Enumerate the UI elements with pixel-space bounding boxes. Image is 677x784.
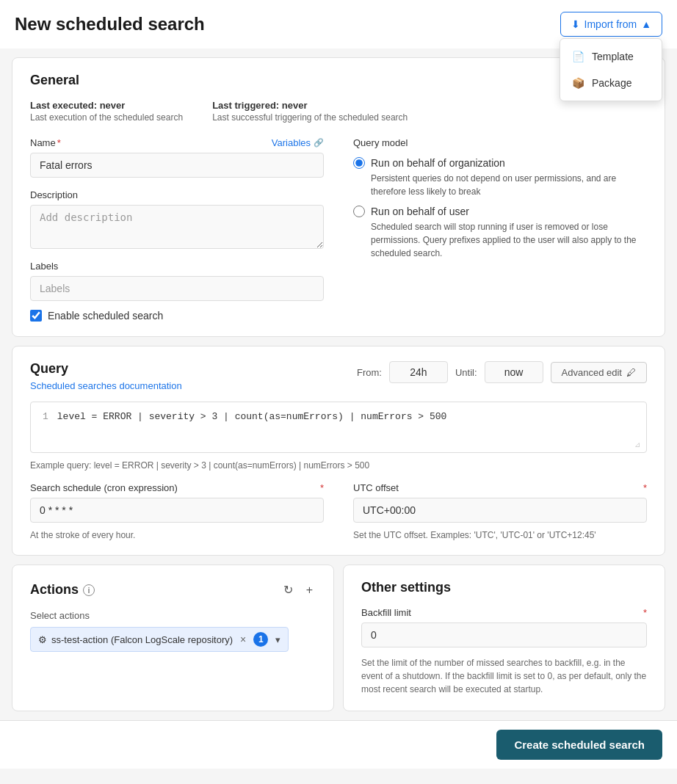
until-input[interactable]: [485, 361, 543, 383]
description-label: Description: [30, 189, 324, 200]
import-dropdown: 📄 Template 📦 Package: [560, 38, 662, 101]
query-section-title: Query: [30, 361, 182, 377]
example-query: Example query: level = ERROR | severity …: [30, 460, 647, 471]
line-number: 1: [43, 411, 48, 422]
enable-label: Enable scheduled search: [48, 310, 163, 322]
action-tag-label: ss-test-action (Falcon LogScale reposito…: [51, 634, 233, 645]
actions-title-row: Actions i: [30, 582, 95, 598]
schedule-hint: At the stroke of every hour.: [30, 530, 324, 540]
last-triggered-info: Last triggered: never Last successful tr…: [212, 100, 408, 123]
labels-input[interactable]: [30, 276, 324, 301]
radio-user-desc: Scheduled search will stop running if us…: [371, 220, 647, 260]
backfill-label: Backfill limit*: [361, 607, 647, 618]
utc-input[interactable]: [353, 498, 647, 523]
query-code-editor[interactable]: 1level = ERROR | severity > 3 | count(as…: [30, 402, 647, 453]
other-settings-section: Other settings Backfill limit* Set the l…: [343, 565, 665, 711]
select-actions-label: Select actions: [30, 610, 316, 621]
schedule-group: Search schedule (cron expression)* At th…: [30, 482, 324, 540]
chevron-up-icon: ▲: [641, 18, 651, 30]
last-executed-info: Last executed: never Last execution of t…: [30, 100, 183, 123]
import-template-item[interactable]: 📄 Template: [560, 43, 662, 70]
query-bottom-grid: Search schedule (cron expression)* At th…: [30, 482, 647, 540]
other-settings-title: Other settings: [361, 580, 647, 595]
import-package-item[interactable]: 📦 Package: [560, 70, 662, 96]
radio-org-option: Run on behalf of organization Persistent…: [353, 157, 647, 198]
labels-group: Labels: [30, 261, 324, 301]
actions-icons: ↻ +: [280, 580, 316, 600]
enable-checkbox-row: Enable scheduled search: [30, 310, 324, 322]
chevron-down-icon[interactable]: ▾: [275, 634, 280, 645]
backfill-input[interactable]: [361, 623, 647, 647]
page-title: New scheduled search: [15, 14, 205, 35]
bottom-grid: Actions i ↻ + Select actions ⚙ ss-test-a…: [12, 565, 665, 711]
utc-hint: Set the UTC offset. Examples: 'UTC', 'UT…: [353, 530, 647, 540]
radio-user-input[interactable]: [353, 206, 365, 217]
backfill-desc: Set the limit of the number of missed se…: [361, 656, 647, 696]
radio-user-option: Run on behalf of user Scheduled search w…: [353, 206, 647, 260]
refresh-button[interactable]: ↻: [280, 580, 296, 600]
general-form-grid: Name* Variables 🔗 Description Labels: [30, 137, 647, 322]
schedule-label: Search schedule (cron expression)*: [30, 482, 324, 493]
download-icon: ⬇: [571, 18, 580, 30]
action-tag: ⚙ ss-test-action (Falcon LogScale reposi…: [30, 627, 289, 652]
radio-org-input[interactable]: [353, 157, 365, 169]
name-label-row: Name* Variables 🔗: [30, 137, 324, 148]
query-section: Query Scheduled searches documentation F…: [12, 346, 665, 556]
code-content: level = ERROR | severity > 3 | count(as=…: [57, 411, 447, 422]
query-model-radio-group: Run on behalf of organization Persistent…: [353, 157, 647, 260]
query-header: Query Scheduled searches documentation F…: [30, 361, 647, 391]
utc-group: UTC offset* Set the UTC offset. Examples…: [353, 482, 647, 540]
schedule-input[interactable]: [30, 498, 324, 523]
from-input[interactable]: [389, 361, 448, 383]
query-controls: From: Until: Advanced edit 🖊: [357, 361, 647, 383]
create-scheduled-search-button[interactable]: Create scheduled search: [496, 730, 662, 760]
radio-org-label: Run on behalf of organization: [371, 157, 505, 169]
actions-header: Actions i ↻ +: [30, 580, 316, 600]
description-input[interactable]: [30, 205, 324, 249]
query-title-block: Query Scheduled searches documentation: [30, 361, 182, 391]
repo-icon: ⚙: [38, 634, 47, 645]
enable-checkbox[interactable]: [30, 310, 42, 322]
action-tags-container: ⚙ ss-test-action (Falcon LogScale reposi…: [30, 627, 316, 652]
name-input[interactable]: [30, 153, 324, 178]
left-column: Name* Variables 🔗 Description Labels: [30, 137, 324, 322]
actions-title: Actions: [30, 582, 79, 598]
external-link-icon: 🔗: [314, 138, 324, 148]
docs-link[interactable]: Scheduled searches documentation: [30, 380, 182, 391]
info-icon: i: [83, 584, 95, 596]
add-action-button[interactable]: +: [303, 581, 316, 600]
backfill-group: Backfill limit* Set the limit of the num…: [361, 607, 647, 696]
meta-row: Last executed: never Last execution of t…: [30, 100, 647, 123]
template-icon: 📄: [572, 51, 584, 62]
action-tag-close[interactable]: ×: [240, 634, 246, 645]
until-label: Until:: [455, 367, 477, 378]
name-group: Name* Variables 🔗: [30, 137, 324, 178]
variables-link[interactable]: Variables 🔗: [272, 137, 324, 148]
actions-section: Actions i ↻ + Select actions ⚙ ss-test-a…: [12, 565, 334, 711]
resize-handle[interactable]: ⊿: [634, 440, 643, 449]
query-model-label: Query model: [353, 137, 647, 148]
action-tag-count: 1: [253, 632, 268, 647]
labels-label: Labels: [30, 261, 324, 272]
advanced-edit-button[interactable]: Advanced edit 🖊: [551, 362, 647, 383]
radio-org-desc: Persistent queries do not depend on user…: [371, 172, 647, 198]
edit-icon: 🖊: [626, 367, 636, 378]
right-column: Query model Run on behalf of organizatio…: [353, 137, 647, 322]
radio-user-label: Run on behalf of user: [371, 206, 469, 217]
package-icon: 📦: [572, 77, 584, 89]
utc-label: UTC offset*: [353, 482, 647, 493]
general-title: General: [30, 73, 647, 88]
page-footer: Create scheduled search: [0, 720, 677, 769]
description-group: Description: [30, 189, 324, 249]
from-label: From:: [357, 367, 382, 378]
import-from-button[interactable]: ⬇ Import from ▲: [560, 12, 662, 37]
